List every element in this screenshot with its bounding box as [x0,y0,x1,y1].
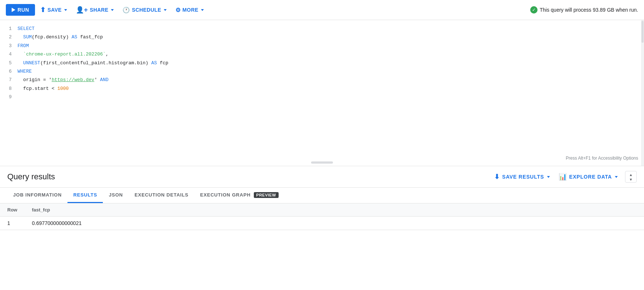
tab-json[interactable]: JSON [103,188,129,203]
play-icon [12,8,15,12]
more-button[interactable]: ⚙ MORE [172,4,207,16]
line-numbers: 123456789 [0,20,15,166]
editor-scroll[interactable]: 123456789 SELECT SUM(fcp.density) AS fas… [0,20,644,166]
results-title: Query results [7,172,493,182]
expand-chevron-down: ▼ [629,178,633,182]
col-header-row: Row [0,203,24,217]
cell-empty [89,217,644,230]
results-table-container: Row fast_fcp 1 0.6977000000000021 [0,203,644,230]
results-actions: ⬇ SAVE RESULTS 📊 EXPLORE DATA ▲ ▼ [493,171,637,183]
chart-icon: 📊 [559,173,567,181]
more-label: MORE [182,7,198,13]
save-results-label: SAVE RESULTS [502,174,544,180]
share-button[interactable]: 👤+ SHARE [72,3,117,17]
accessibility-hint: Press Alt+F1 for Accessibility Options [566,156,638,161]
results-section: Query results ⬇ SAVE RESULTS 📊 EXPLORE D… [0,166,644,289]
tab-results[interactable]: RESULTS [67,188,103,203]
tab-job-information[interactable]: JOB INFORMATION [7,188,67,203]
expand-chevron-up: ▲ [629,173,633,177]
share-icon: 👤+ [76,6,88,14]
save-button[interactable]: ⬆ SAVE [36,3,71,17]
scrollbar-hint [311,161,333,164]
run-label: RUN [18,7,29,13]
code-content[interactable]: SELECT SUM(fcp.density) AS fast_fcp FROM… [15,20,644,166]
schedule-icon: 🕐 [123,7,130,14]
results-table: Row fast_fcp 1 0.6977000000000021 [0,203,644,230]
explore-data-button[interactable]: 📊 EXPLORE DATA [557,171,619,183]
query-info-text: This query will process 93.89 GB when ru… [540,7,638,13]
tab-execution-details[interactable]: EXECUTION DETAILS [129,188,194,203]
toolbar: RUN ⬆ SAVE 👤+ SHARE 🕐 SCHEDULE ⚙ MORE ✓ … [0,0,644,20]
gear-icon: ⚙ [175,7,181,14]
more-dropdown-arrow [201,9,204,11]
save-results-button[interactable]: ⬇ SAVE RESULTS [493,171,551,183]
run-button[interactable]: RUN [6,4,35,16]
explore-data-dropdown-arrow [615,176,618,178]
tab-execution-graph[interactable]: EXECUTION GRAPH PREVIEW [194,188,284,203]
col-header-empty [89,203,644,217]
save-dropdown-arrow [64,9,67,11]
schedule-button[interactable]: 🕐 SCHEDULE [119,4,170,16]
download-icon: ⬇ [494,173,500,181]
cell-fast-fcp: 0.6977000000000021 [24,217,89,230]
share-label: SHARE [90,7,108,13]
save-label: SAVE [47,7,62,13]
table-header-row: Row fast_fcp [0,203,644,217]
cell-row-number: 1 [0,217,24,230]
save-results-dropdown-arrow [547,176,550,178]
editor-scrollbar-thumb [641,21,644,43]
table-row: 1 0.6977000000000021 [0,217,644,230]
schedule-label: SCHEDULE [132,7,161,13]
schedule-dropdown-arrow [164,9,167,11]
col-header-fast-fcp: fast_fcp [24,203,89,217]
preview-badge: PREVIEW [254,192,279,198]
editor-scrollbar[interactable] [641,20,644,166]
explore-data-label: EXPLORE DATA [569,174,612,180]
editor-area[interactable]: 123456789 SELECT SUM(fcp.density) AS fas… [0,20,644,166]
save-icon: ⬆ [40,6,46,14]
share-dropdown-arrow [111,9,114,11]
results-header: Query results ⬇ SAVE RESULTS 📊 EXPLORE D… [0,166,644,188]
expand-button[interactable]: ▲ ▼ [625,171,637,183]
tabs-bar: JOB INFORMATION RESULTS JSON EXECUTION D… [0,188,644,203]
query-info: ✓ This query will process 93.89 GB when … [530,6,638,14]
check-icon: ✓ [530,6,538,14]
